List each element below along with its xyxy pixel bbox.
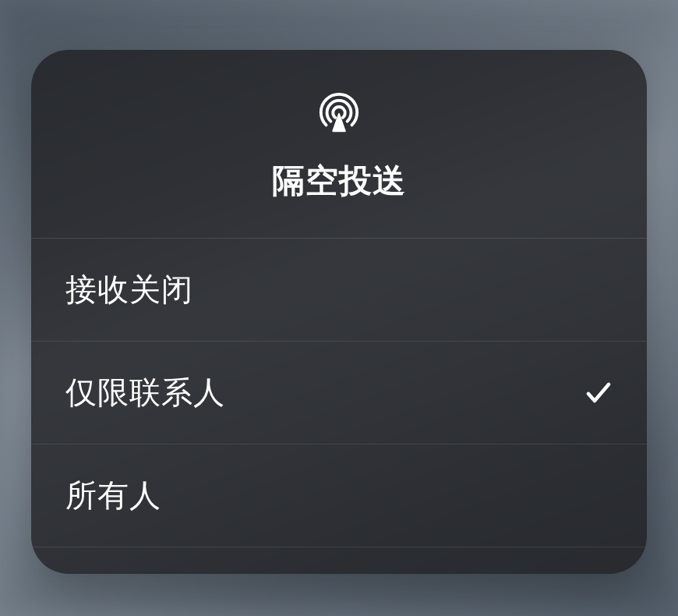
bottom-padding (31, 547, 647, 574)
airdrop-icon (316, 89, 362, 136)
checkmark-icon (584, 379, 613, 407)
panel-title: 隔空投送 (272, 159, 406, 203)
option-receiving-off[interactable]: 接收关闭 (31, 239, 647, 342)
panel-header: 隔空投送 (31, 50, 647, 239)
option-label: 仅限联系人 (65, 371, 225, 414)
option-label: 所有人 (65, 474, 161, 517)
option-label: 接收关闭 (65, 268, 193, 311)
airdrop-panel: 隔空投送 接收关闭 仅限联系人 所有人 (31, 50, 647, 574)
option-everyone[interactable]: 所有人 (31, 444, 647, 547)
option-contacts-only[interactable]: 仅限联系人 (31, 342, 647, 444)
